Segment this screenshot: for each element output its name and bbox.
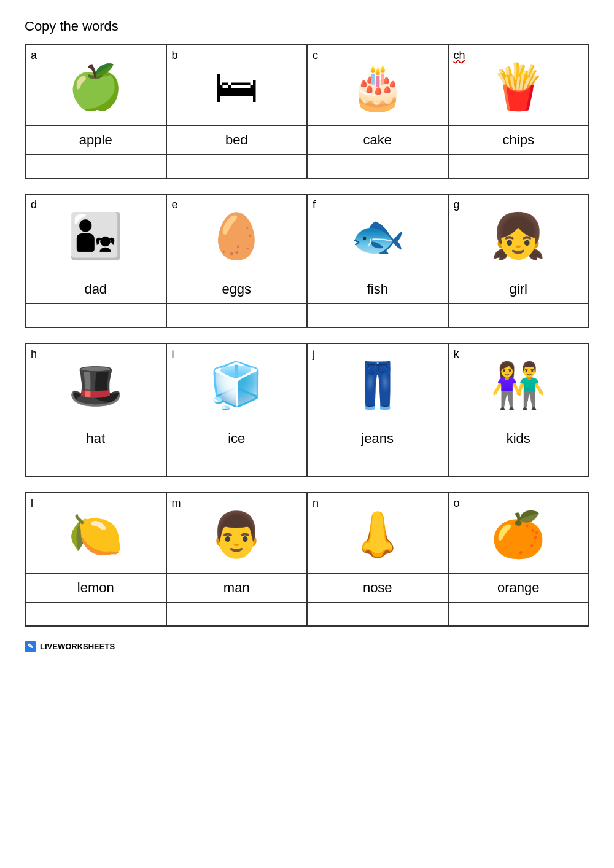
cell-emoji-3-3: 🍊 xyxy=(484,504,552,565)
cell-word-0-2: cake xyxy=(308,125,448,154)
cell-letter-1-2: f xyxy=(313,198,316,211)
cell-word-2-2: jeans xyxy=(308,424,448,453)
cell-letter-3-1: m xyxy=(172,497,181,510)
cell-word-3-2: nose xyxy=(308,573,448,602)
vocab-cell-3-3: o🍊orange xyxy=(448,493,589,626)
cell-image-area-0-3: ch🍟 xyxy=(449,45,589,125)
cell-write-area-1-2[interactable] xyxy=(308,303,448,327)
cell-emoji-3-1: 👨 xyxy=(203,504,270,565)
cell-letter-3-3: o xyxy=(454,497,460,510)
cell-emoji-3-0: 🍋 xyxy=(62,504,130,565)
vocab-cell-0-2: c🎂cake xyxy=(307,45,448,178)
cell-write-area-1-3[interactable] xyxy=(449,303,589,327)
vocab-cell-1-1: e🥚eggs xyxy=(166,194,308,327)
vocab-cell-3-2: n👃nose xyxy=(307,493,448,626)
vocab-cell-2-1: i🧊ice xyxy=(166,343,308,477)
cell-letter-1-3: g xyxy=(454,198,460,211)
cell-image-area-0-0: a🍏 xyxy=(26,45,166,125)
cell-word-0-3: chips xyxy=(449,125,589,154)
cell-image-area-1-3: g👧 xyxy=(449,195,589,275)
cell-letter-0-0: a xyxy=(31,49,37,62)
cell-letter-1-1: e xyxy=(172,198,178,211)
vocab-cell-0-0: a🍏apple xyxy=(25,45,166,178)
worksheet-content: a🍏appleb🛏bedc🎂cakech🍟chipsd👨‍👧dade🥚eggsf… xyxy=(25,44,589,627)
cell-word-0-0: apple xyxy=(26,125,166,154)
cell-image-area-1-2: f🐟 xyxy=(308,195,448,275)
cell-write-area-2-3[interactable] xyxy=(449,453,589,476)
cell-word-1-3: girl xyxy=(449,275,589,303)
footer-logo: ✎ xyxy=(25,641,36,652)
cell-image-area-0-2: c🎂 xyxy=(308,45,448,125)
cell-write-area-2-2[interactable] xyxy=(308,453,448,476)
cell-emoji-3-2: 👃 xyxy=(344,504,411,565)
cell-letter-2-2: j xyxy=(313,348,315,361)
cell-write-area-1-0[interactable] xyxy=(26,303,166,327)
cell-letter-2-1: i xyxy=(172,348,174,361)
cell-emoji-1-0: 👨‍👧 xyxy=(62,205,130,267)
cell-emoji-2-2: 👖 xyxy=(344,354,411,416)
footer-brand: LIVEWORKSHEETS xyxy=(40,642,115,651)
vocab-cell-1-0: d👨‍👧dad xyxy=(25,194,166,327)
vocab-cell-1-3: g👧girl xyxy=(448,194,589,327)
vocab-cell-0-3: ch🍟chips xyxy=(448,45,589,178)
cell-emoji-0-3: 🍟 xyxy=(484,56,552,117)
cell-word-3-1: man xyxy=(167,573,307,602)
cell-emoji-0-0: 🍏 xyxy=(62,56,130,117)
vocab-row-1: d👨‍👧dade🥚eggsf🐟fishg👧girl xyxy=(25,194,589,328)
cell-image-area-2-1: i🧊 xyxy=(167,344,307,424)
vocab-cell-3-0: l🍋lemon xyxy=(25,493,166,626)
cell-write-area-1-1[interactable] xyxy=(167,303,307,327)
cell-write-area-3-1[interactable] xyxy=(167,602,307,625)
cell-word-2-1: ice xyxy=(167,424,307,453)
cell-write-area-3-3[interactable] xyxy=(449,602,589,625)
cell-image-area-3-1: m👨 xyxy=(167,493,307,573)
cell-write-area-0-2[interactable] xyxy=(308,154,448,178)
cell-image-area-3-0: l🍋 xyxy=(26,493,166,573)
vocab-cell-2-0: h🎩hat xyxy=(25,343,166,477)
cell-write-area-3-0[interactable] xyxy=(26,602,166,625)
cell-image-area-2-3: k👫 xyxy=(449,344,589,424)
cell-word-2-0: hat xyxy=(26,424,166,453)
cell-write-area-0-3[interactable] xyxy=(449,154,589,178)
cell-write-area-0-1[interactable] xyxy=(167,154,307,178)
cell-image-area-1-0: d👨‍👧 xyxy=(26,195,166,275)
cell-letter-2-0: h xyxy=(31,348,37,361)
cell-word-0-1: bed xyxy=(167,125,307,154)
cell-letter-3-0: l xyxy=(31,497,33,510)
vocab-cell-3-1: m👨man xyxy=(166,493,308,626)
cell-image-area-2-2: j👖 xyxy=(308,344,448,424)
cell-letter-1-0: d xyxy=(31,198,37,211)
vocab-cell-0-1: b🛏bed xyxy=(166,45,308,178)
cell-letter-2-3: k xyxy=(454,348,459,361)
cell-emoji-1-1: 🥚 xyxy=(203,205,270,267)
cell-write-area-2-1[interactable] xyxy=(167,453,307,476)
cell-letter-0-2: c xyxy=(313,49,318,62)
cell-emoji-2-1: 🧊 xyxy=(203,354,270,416)
cell-write-area-3-2[interactable] xyxy=(308,602,448,625)
vocab-cell-1-2: f🐟fish xyxy=(307,194,448,327)
cell-emoji-2-0: 🎩 xyxy=(62,354,130,416)
vocab-row-0: a🍏appleb🛏bedc🎂cakech🍟chips xyxy=(25,44,589,179)
footer: ✎ LIVEWORKSHEETS xyxy=(25,641,589,652)
cell-image-area-3-2: n👃 xyxy=(308,493,448,573)
cell-emoji-0-2: 🎂 xyxy=(344,56,411,117)
vocab-cell-2-3: k👫kids xyxy=(448,343,589,477)
cell-word-1-1: eggs xyxy=(167,275,307,303)
cell-word-1-0: dad xyxy=(26,275,166,303)
cell-write-area-0-0[interactable] xyxy=(26,154,166,178)
cell-emoji-0-1: 🛏 xyxy=(203,56,270,117)
page-title: Copy the words xyxy=(25,18,589,34)
cell-letter-0-3: ch xyxy=(454,49,465,62)
cell-image-area-1-1: e🥚 xyxy=(167,195,307,275)
cell-word-3-3: orange xyxy=(449,573,589,602)
cell-emoji-1-2: 🐟 xyxy=(344,205,411,267)
cell-letter-3-2: n xyxy=(313,497,319,510)
cell-image-area-2-0: h🎩 xyxy=(26,344,166,424)
cell-letter-0-1: b xyxy=(172,49,178,62)
cell-emoji-1-3: 👧 xyxy=(484,205,552,267)
vocab-row-2: h🎩hati🧊icej👖jeansk👫kids xyxy=(25,343,589,477)
cell-image-area-3-3: o🍊 xyxy=(449,493,589,573)
vocab-row-3: l🍋lemonm👨mann👃noseo🍊orange xyxy=(25,492,589,627)
cell-image-area-0-1: b🛏 xyxy=(167,45,307,125)
cell-write-area-2-0[interactable] xyxy=(26,453,166,476)
